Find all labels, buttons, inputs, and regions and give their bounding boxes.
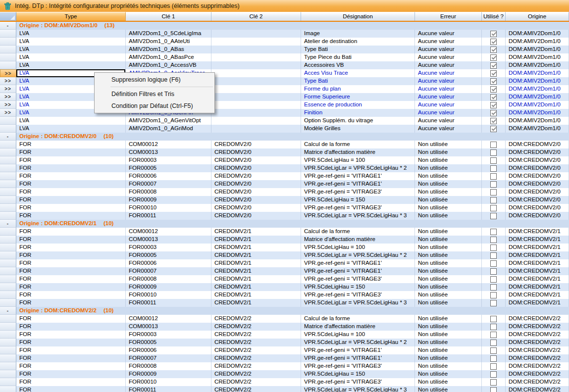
cell-origine[interactable]: DOM:CREDOMV2/2	[506, 362, 569, 370]
cell-erreur[interactable]: Non utilisée	[415, 212, 482, 220]
table-row[interactable]: FORFOR00003CREDOMV2/1VPR.5CdeLigHau = 10…	[0, 244, 569, 251]
cell-designation[interactable]: Calcul de la forme	[301, 228, 415, 236]
cell-origine[interactable]: DOM:CREDOMV2/2	[506, 386, 569, 392]
cell-cle2[interactable]: CREDOMV2/1	[211, 283, 301, 291]
cell-designation[interactable]: VPR.5CdeLigHau = 150	[301, 283, 415, 291]
table-row[interactable]: FORFOR00009CREDOMV2/1VPR.5CdeLigHau = 15…	[0, 283, 569, 291]
row-selector[interactable]	[0, 244, 16, 251]
cell-cle1[interactable]: AMIV2Dom1_0_ABasPce	[126, 53, 211, 61]
checkbox-unchecked[interactable]	[490, 347, 497, 354]
cell-designation[interactable]: Type Bati	[301, 46, 415, 53]
table-row[interactable]: FORFOR00007CREDOMV2/2VPR.ge-ref-geni = '…	[0, 354, 569, 362]
row-selector[interactable]	[0, 46, 16, 53]
cell-erreur[interactable]: Non utilisée	[415, 172, 482, 180]
cell-cle2[interactable]: CREDOMV2/1	[211, 299, 301, 307]
cell-origine[interactable]: DOM:CREDOMV2/1	[506, 291, 569, 299]
cell-cle2[interactable]: CREDOMV2/0	[211, 196, 301, 204]
cell-origine[interactable]: DOM:AMIV2Dom1/0	[506, 77, 569, 85]
cell-type[interactable]: FOR	[16, 386, 126, 392]
row-selector[interactable]	[0, 228, 16, 236]
cell-erreur[interactable]: Non utilisée	[415, 354, 482, 362]
row-selector[interactable]	[0, 275, 16, 283]
cell-erreur[interactable]: Non utilisée	[415, 323, 482, 331]
cell-cle2[interactable]	[211, 77, 301, 85]
row-selector[interactable]	[0, 204, 16, 212]
cell-type[interactable]: FOR	[16, 299, 126, 307]
checkbox-checked[interactable]	[490, 118, 497, 124]
checkbox-checked[interactable]	[490, 47, 497, 53]
checkbox-unchecked[interactable]	[490, 363, 497, 370]
cell-designation[interactable]: VPR.5CdeLigHau = 100	[301, 156, 415, 164]
cell-cle1[interactable]: FOR00005	[126, 164, 211, 172]
cell-designation[interactable]: VPR.5CdeLigHau = 100	[301, 331, 415, 339]
cell-cle2[interactable]: CREDOMV2/2	[211, 346, 301, 354]
cell-origine[interactable]: DOM:CREDOMV2/2	[506, 378, 569, 386]
checkbox-unchecked[interactable]	[490, 268, 497, 275]
group-header-row[interactable]: -Origine : DOM:CREDOMV2/0(10)	[0, 133, 569, 141]
menu-item[interactable]: Suppression logique (F6)	[95, 74, 214, 86]
cell-erreur[interactable]: Non utilisée	[415, 180, 482, 188]
checkbox-checked[interactable]	[490, 62, 497, 69]
cell-designation[interactable]: VPR.ge-ref-geni = 'VITRAGE3'	[301, 188, 415, 196]
table-row[interactable]: >>LVAAMIV2Dom1_0_AGenFinFinitionAucune v…	[0, 109, 569, 117]
cell-cle1[interactable]: FOR00003	[126, 156, 211, 164]
cell-cle2[interactable]: CREDOMV2/0	[211, 164, 301, 172]
cell-cle2[interactable]: CREDOMV2/1	[211, 244, 301, 251]
cell-type[interactable]: FOR	[16, 315, 126, 323]
cell-erreur[interactable]: Aucune valeur	[415, 109, 482, 117]
cell-origine[interactable]: DOM:AMIV2Dom1/0	[506, 109, 569, 117]
cell-origine[interactable]: DOM:CREDOMV2/2	[506, 370, 569, 378]
cell-origine[interactable]: DOM:CREDOMV2/1	[506, 299, 569, 307]
cell-erreur[interactable]: Non utilisée	[415, 386, 482, 392]
cell-cle1[interactable]: FOR00010	[126, 378, 211, 386]
cell-origine[interactable]: DOM:CREDOMV2/1	[506, 267, 569, 275]
row-selector[interactable]: >>	[0, 85, 16, 93]
cell-type[interactable]: FOR	[16, 323, 126, 331]
cell-type[interactable]: FOR	[16, 275, 126, 283]
cell-type[interactable]: FOR	[16, 228, 126, 236]
cell-designation[interactable]: VPR.ge-ref-geni = 'VITRAGE1'	[301, 267, 415, 275]
cell-cle1[interactable]: AMIV2Dom1_0_ABas	[126, 46, 211, 53]
column-header-use[interactable]: Utilisé ?	[482, 12, 506, 21]
column-header-org[interactable]: Origine	[506, 12, 569, 21]
group-header-row[interactable]: -Origine : DOM:CREDOMV2/2(10)	[0, 307, 569, 315]
checkbox-unchecked[interactable]	[490, 181, 497, 188]
table-row[interactable]: >>LVAEssence de productionAucune valeurD…	[0, 101, 569, 109]
cell-designation[interactable]: VPR.5CdeLigHau = 100	[301, 244, 415, 251]
row-selector[interactable]	[0, 362, 16, 370]
cell-cle1[interactable]: COM00012	[126, 315, 211, 323]
checkbox-unchecked[interactable]	[490, 387, 497, 392]
table-row[interactable]: FORFOR00010CREDOMV2/0VPR.ge-ref-geni = '…	[0, 204, 569, 212]
cell-designation[interactable]: VPR.ge-ref-geni = 'VITRAGE3'	[301, 362, 415, 370]
cell-type[interactable]: FOR	[16, 362, 126, 370]
cell-designation[interactable]: VPR.ge-ref-geni = 'VITRAGE1'	[301, 172, 415, 180]
cell-type[interactable]: FOR	[16, 196, 126, 204]
cell-origine[interactable]: DOM:AMIV2Dom1/0	[506, 85, 569, 93]
checkbox-unchecked[interactable]	[490, 213, 497, 219]
cell-designation[interactable]: VPR.ge-ref-geni = 'VITRAGE1'	[301, 180, 415, 188]
cell-cle1[interactable]: FOR00008	[126, 275, 211, 283]
cell-erreur[interactable]: Non utilisée	[415, 244, 482, 251]
cell-origine[interactable]: DOM:CREDOMV2/0	[506, 180, 569, 188]
cell-cle1[interactable]: FOR00006	[126, 346, 211, 354]
cell-cle1[interactable]: AMIV2Dom1_0_AGenVitOpt	[126, 117, 211, 125]
cell-designation[interactable]: Matrice d'affectation matière	[301, 236, 415, 244]
cell-erreur[interactable]: Non utilisée	[415, 228, 482, 236]
row-selector[interactable]	[0, 299, 16, 307]
checkbox-checked[interactable]	[490, 94, 497, 100]
cell-type[interactable]: LVA	[16, 38, 126, 46]
table-row[interactable]: FORFOR00006CREDOMV2/1VPR.ge-ref-geni = '…	[0, 259, 569, 267]
cell-designation[interactable]: VPR.5CdeLigLar = VPR.5CdeLigHau * 3	[301, 299, 415, 307]
cell-erreur[interactable]: Non utilisée	[415, 164, 482, 172]
cell-type[interactable]: FOR	[16, 259, 126, 267]
cell-cle1[interactable]: FOR00008	[126, 188, 211, 196]
cell-cle2[interactable]	[211, 69, 301, 77]
checkbox-unchecked[interactable]	[490, 284, 497, 291]
cell-erreur[interactable]: Non utilisée	[415, 275, 482, 283]
group-header-row[interactable]: -Origine : DOM:CREDOMV2/1(10)	[0, 220, 569, 228]
cell-erreur[interactable]: Aucune valeur	[415, 53, 482, 61]
cell-cle1[interactable]: COM00013	[126, 148, 211, 156]
cell-erreur[interactable]: Non utilisée	[415, 259, 482, 267]
table-row[interactable]: FORFOR00010CREDOMV2/1VPR.ge-ref-geni = '…	[0, 291, 569, 299]
cell-type[interactable]: FOR	[16, 212, 126, 220]
